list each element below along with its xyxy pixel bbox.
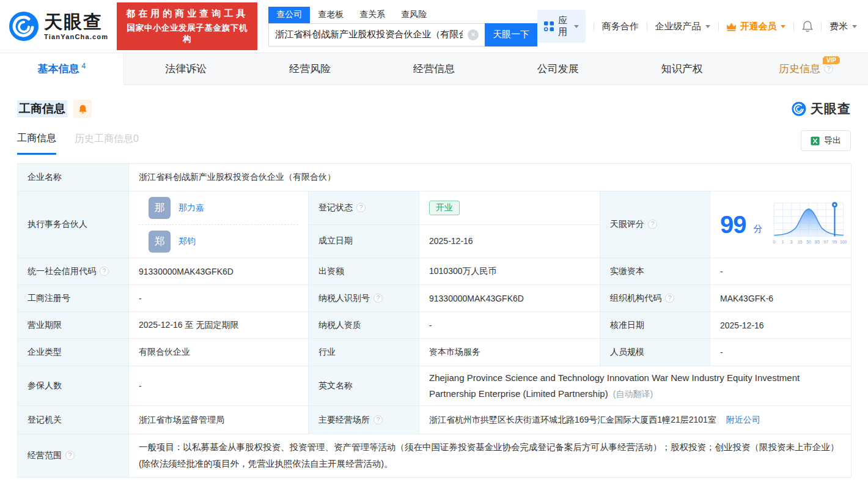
partner-link[interactable]: 郑钧	[178, 236, 196, 247]
field-label-insured-count: 参保人数	[18, 366, 129, 406]
business-info-table: 企业名称 浙江省科创战新产业股权投资合伙企业（有限合伙） 执行事务合伙人 那 那…	[17, 163, 851, 478]
field-label-company-name: 企业名称	[18, 164, 129, 191]
partner-row: 那 那力嘉	[139, 191, 298, 224]
nav-divider	[718, 22, 719, 31]
tianyancha-logo-icon	[9, 11, 39, 42]
field-value-capital: 1010300万人民币	[419, 258, 600, 285]
search-tabs: 查公司 查老板 查关系 查风险	[268, 7, 537, 23]
field-label-business-term: 营业期限	[18, 312, 129, 339]
field-value-industry: 资本市场服务	[419, 339, 600, 366]
top-nav: 应用 商务合作 企业级产品 开通会员	[537, 10, 857, 43]
subtab-history-business-info[interactable]: 历史工商信息0	[75, 133, 139, 154]
tab-intellectual-property[interactable]: 知识产权	[620, 53, 744, 84]
field-label-executive-partners: 执行事务合伙人	[18, 191, 129, 258]
svg-text:50: 50	[806, 240, 811, 244]
field-value-establish-date: 2025-12-16	[419, 224, 600, 258]
notifications-bell[interactable]	[802, 20, 813, 32]
crown-icon	[726, 22, 737, 31]
subtab-business-info[interactable]: 工商信息	[17, 132, 56, 155]
field-value-executive-partners: 那 那力嘉 郑 郑钧	[129, 191, 309, 258]
field-value-company-type: 有限合伙企业	[129, 339, 309, 366]
svg-text:3: 3	[790, 240, 792, 244]
export-label: 导出	[824, 135, 841, 146]
field-label-capital: 出资额	[309, 258, 419, 285]
help-icon[interactable]	[65, 451, 75, 460]
main-header: 天眼查 TianYanCha.com 都在用的商业查询工具 国家中小企业发展子基…	[0, 0, 868, 53]
help-icon[interactable]	[356, 203, 366, 212]
field-label-english-name: 英文名称	[309, 366, 419, 406]
svg-text:99: 99	[832, 240, 837, 244]
help-icon[interactable]	[373, 415, 383, 424]
field-value-org-code: MAK43GFK-6	[710, 285, 851, 312]
field-value-staff-size: -	[710, 339, 851, 366]
tab-label: 基本信息	[38, 62, 79, 76]
field-value-approval-date: 2025-12-16	[710, 312, 851, 339]
nav-open-vip[interactable]: 开通会员	[726, 21, 785, 32]
search-button[interactable]: 天眼一下	[485, 23, 537, 46]
tab-company-development[interactable]: 公司发展	[496, 53, 620, 84]
logo-domain: TianYanCha.com	[44, 34, 108, 40]
help-icon[interactable]	[665, 294, 674, 303]
field-label-staff-size: 人员规模	[600, 339, 710, 366]
nav-divider	[594, 22, 594, 31]
tab-label: 历史信息	[779, 62, 820, 76]
help-icon[interactable]	[373, 294, 383, 303]
partner-row: 郑 郑钧	[139, 224, 298, 257]
help-icon[interactable]	[648, 220, 657, 229]
auto-translate-tag: (自动翻译)	[613, 389, 653, 399]
search-tab-boss[interactable]: 查老板	[310, 7, 351, 23]
field-label-establish-date: 成立日期	[309, 224, 419, 258]
apps-menu[interactable]: 应用	[537, 10, 586, 43]
nearby-companies-link[interactable]: 附近公司	[726, 415, 760, 424]
field-value-taxpayer-id: 91330000MAK43GFK6D	[419, 285, 600, 312]
chevron-down-icon	[781, 25, 785, 28]
nav-enterprise-products[interactable]: 企业级产品	[655, 21, 710, 32]
tab-count-badge: 4	[82, 62, 86, 70]
search-tab-company[interactable]: 查公司	[268, 7, 310, 23]
field-label-reg-number: 工商注册号	[18, 285, 129, 312]
score-number: 99	[720, 211, 746, 239]
tianyancha-logo[interactable]: 天眼查 TianYanCha.com	[9, 11, 108, 42]
company-page-tabs: 基本信息 4 法律诉讼 经营风险 经营信息 公司发展 知识产权 VIP 历史信息	[0, 53, 868, 85]
status-badge: 开业	[429, 201, 460, 215]
enterprise-label: 企业级产品	[655, 21, 701, 32]
field-label-taxpayer-quality: 纳税人资质	[309, 312, 419, 339]
field-value-paid-capital: -	[710, 258, 851, 285]
field-value-main-address: 浙江省杭州市拱墅区长庆街道环城北路169号汇金国际大厦西1幢21层2101室 附…	[419, 406, 851, 434]
tianyancha-watermark: 天眼查	[792, 100, 851, 117]
field-value-tyc-score: 99 分	[710, 191, 851, 258]
field-label-reg-status: 登记状态	[309, 191, 419, 225]
help-icon[interactable]	[100, 267, 109, 276]
avatar: 郑	[149, 231, 171, 253]
tab-operational-risk[interactable]: 经营风险	[248, 53, 372, 84]
search-tab-risk[interactable]: 查风险	[393, 7, 435, 23]
partner-link[interactable]: 那力嘉	[178, 202, 204, 213]
monitor-bell-button[interactable]	[73, 100, 92, 118]
field-value-credit-code: 91330000MAK43GFK6D	[129, 258, 309, 285]
search-input[interactable]	[268, 23, 485, 46]
clear-search-icon[interactable]	[468, 29, 479, 40]
field-label-main-address: 主要经营场所	[309, 406, 419, 434]
nav-business-coop[interactable]: 商务合作	[602, 21, 639, 32]
export-button[interactable]: 导出	[801, 130, 851, 151]
chevron-down-icon	[852, 25, 857, 28]
nav-divider	[793, 22, 794, 31]
svg-text:100: 100	[839, 240, 847, 244]
vip-badge: VIP	[823, 56, 840, 64]
username: 费米	[829, 21, 848, 32]
search-tab-relation[interactable]: 查关系	[351, 7, 393, 23]
tab-basic-info[interactable]: 基本信息 4	[0, 53, 124, 84]
svg-text:1: 1	[781, 240, 784, 244]
field-label-taxpayer-id: 纳税人识别号	[309, 285, 419, 312]
user-menu[interactable]: 费米	[829, 21, 857, 32]
score-distribution-chart: 0 1 3 15 50 85 97 99 100	[770, 199, 847, 250]
tab-business-info[interactable]: 经营信息	[372, 53, 496, 84]
tab-history-info[interactable]: VIP 历史信息	[744, 53, 868, 84]
logo-name: 天眼查	[44, 13, 108, 31]
tab-legal-proceedings[interactable]: 法律诉讼	[124, 53, 248, 84]
field-label-registration-authority: 登记机关	[18, 406, 129, 434]
apps-grid-icon	[544, 21, 554, 31]
help-icon[interactable]	[824, 64, 833, 73]
svg-text:85: 85	[815, 240, 820, 244]
field-value-reg-number: -	[129, 285, 309, 312]
